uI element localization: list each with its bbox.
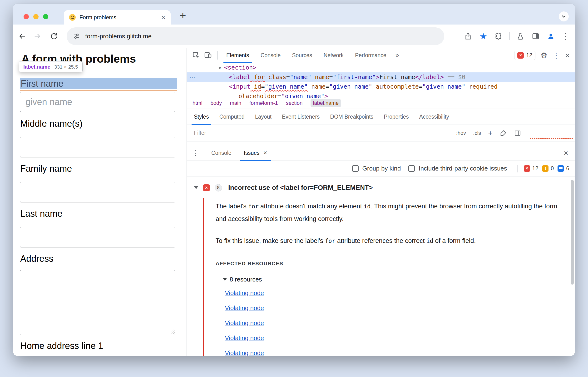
chevron-down-icon	[561, 13, 567, 20]
toggle-element-state-button[interactable]: :hov	[456, 130, 466, 136]
devtools-close-button[interactable]: ×	[565, 51, 570, 59]
element-classes-button[interactable]: .cls	[473, 130, 481, 136]
dom-node-section[interactable]: ▼<section>	[187, 63, 575, 72]
side-panel-icon	[531, 32, 540, 40]
new-style-rule-button[interactable]: +	[488, 129, 493, 138]
attr-for: for	[250, 74, 265, 81]
issues-scrollbar[interactable]	[571, 180, 574, 285]
breadcrumb-main[interactable]: main	[230, 100, 241, 106]
first-name-input[interactable]	[20, 92, 175, 112]
dom-node-input[interactable]: <input id="given-name" name="given-name"…	[187, 82, 575, 92]
middle-name-label: Middle name(s)	[20, 118, 83, 129]
forward-button[interactable]	[33, 32, 42, 40]
address-textarea[interactable]	[20, 270, 175, 335]
extensions-button[interactable]	[494, 32, 503, 41]
tab-computed[interactable]: Computed	[214, 109, 250, 125]
breadcrumb-body[interactable]: body	[211, 100, 222, 106]
devtools-tab-console[interactable]: Console	[255, 48, 286, 63]
zoom-window-button[interactable]	[43, 14, 48, 19]
close-window-button[interactable]	[23, 14, 29, 19]
browser-tab[interactable]: Form problems ×	[64, 10, 171, 24]
drawer-menu-button[interactable]: ⋮	[192, 149, 199, 157]
issues-count-button[interactable]: × 12	[514, 51, 535, 60]
tab-search-button[interactable]	[559, 12, 569, 22]
node-more-actions-icon[interactable]: ⋯	[189, 72, 195, 82]
tag-input-open: <input	[229, 83, 250, 90]
browser-menu-button[interactable]: ⋮	[562, 31, 570, 41]
family-name-label: Family name	[20, 164, 72, 174]
breadcrumb-section[interactable]: section	[286, 100, 303, 106]
violating-node-link[interactable]: Violating node	[225, 289, 264, 296]
family-name-input[interactable]	[20, 182, 175, 202]
issue-header[interactable]: × 8 Incorrect use of <label for=FORM_ELE…	[194, 184, 373, 191]
settings-gear-icon[interactable]: ⚙	[541, 52, 547, 59]
share-button[interactable]	[464, 32, 473, 41]
profile-avatar[interactable]	[546, 32, 555, 41]
bookmark-star-icon[interactable]: ★	[479, 32, 488, 41]
site-settings-tune-icon[interactable]	[73, 32, 80, 40]
violating-node-list: Violating node Violating node Violating …	[225, 289, 561, 356]
styles-pane-spacer	[187, 141, 575, 145]
tab-dom-breakpoints[interactable]: DOM Breakpoints	[325, 109, 379, 125]
violating-node-link[interactable]: Violating node	[225, 334, 264, 342]
more-tabs-button[interactable]: »	[392, 52, 402, 59]
back-button[interactable]	[18, 32, 26, 40]
attr-autocomplete-value: "given-name"	[422, 83, 465, 90]
breadcrumb-html[interactable]: html	[192, 100, 203, 106]
styles-tab-bar: Styles Computed Layout Event Listeners D…	[187, 109, 575, 125]
drawer-tab-issues[interactable]: Issues ×	[237, 145, 273, 161]
devtools-tab-network[interactable]: Network	[318, 48, 349, 63]
warning-count-badge: ! 0	[542, 165, 554, 172]
reload-button[interactable]	[49, 32, 58, 40]
drawer-tab-console[interactable]: Console	[205, 145, 237, 161]
devtools-tab-performance[interactable]: Performance	[349, 48, 392, 63]
tab-close-icon[interactable]: ×	[161, 14, 165, 21]
attr-required: required	[465, 83, 497, 90]
rendering-brush-icon[interactable]	[500, 130, 507, 137]
warning-badge-icon: !	[542, 165, 549, 172]
url-text[interactable]: form-problems.glitch.me	[85, 33, 152, 40]
tag-section: <section>	[224, 64, 256, 71]
middle-name-input[interactable]	[20, 137, 175, 157]
tab-accessibility[interactable]: Accessibility	[414, 109, 454, 125]
last-name-input[interactable]	[20, 227, 175, 247]
tab-strip: Form problems × +	[13, 4, 575, 24]
violating-node-link[interactable]: Violating node	[225, 349, 264, 356]
message-bubble-icon	[557, 165, 564, 172]
breadcrumb-label-selected[interactable]: label.name	[311, 99, 341, 107]
devtools-tab-elements[interactable]: Elements	[221, 48, 255, 63]
minimize-window-button[interactable]	[33, 14, 39, 19]
equals: =	[278, 93, 282, 98]
issue-expand-caret-icon[interactable]	[194, 186, 198, 189]
tab-layout[interactable]: Layout	[250, 109, 277, 125]
tab-properties[interactable]: Properties	[379, 109, 414, 125]
violating-node-link[interactable]: Violating node	[225, 304, 264, 311]
expand-caret-icon[interactable]: ▼	[218, 66, 222, 70]
side-panel-button[interactable]	[531, 32, 540, 41]
devtools-tab-sources[interactable]: Sources	[286, 48, 318, 63]
device-toolbar-button[interactable]	[203, 50, 214, 61]
resources-toggle[interactable]: 8 resources	[223, 276, 561, 283]
violating-node-link[interactable]: Violating node	[225, 319, 264, 327]
devtools-menu-button[interactable]: ⋮	[553, 52, 560, 59]
tab-styles[interactable]: Styles	[189, 109, 214, 125]
dom-node-input-continued[interactable]: placeholder="given name">	[187, 92, 575, 98]
home-address-line1-label: Home address line 1	[20, 341, 103, 351]
tab-event-listeners[interactable]: Event Listeners	[277, 109, 325, 125]
group-by-kind-checkbox[interactable]	[352, 165, 359, 172]
share-icon	[464, 32, 472, 40]
breadcrumb-form[interactable]: form#form-1	[249, 100, 278, 106]
computed-sidebar-icon[interactable]	[514, 130, 521, 137]
experiments-button[interactable]	[516, 32, 525, 41]
extensions-puzzle-icon	[495, 32, 503, 40]
inspect-element-button[interactable]	[191, 50, 202, 61]
third-party-cookie-checkbox[interactable]	[408, 165, 415, 172]
drawer-close-button[interactable]: ×	[564, 149, 575, 157]
breadcrumb-label-tag: label	[313, 100, 324, 106]
new-tab-button[interactable]: +	[180, 9, 186, 22]
address-bar[interactable]: form-problems.glitch.me	[67, 27, 444, 45]
issues-tab-close-icon[interactable]: ×	[263, 149, 267, 157]
tooltip-dimensions: 331 × 25.5	[54, 64, 78, 70]
dom-node-label-selected[interactable]: ⋯<label for class="name" name="first-nam…	[187, 72, 575, 82]
styles-filter-input[interactable]: Filter	[187, 130, 206, 136]
